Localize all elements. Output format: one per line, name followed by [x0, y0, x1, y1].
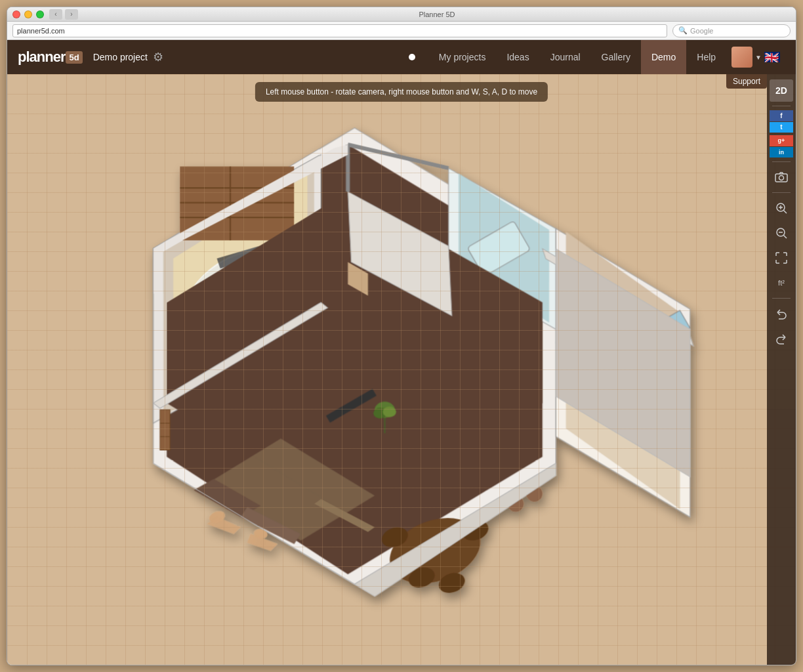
fullscreen-button[interactable] — [770, 247, 793, 269]
tooltip: Left mouse button - rotate camera, right… — [255, 82, 548, 102]
svg-rect-26 — [619, 396, 661, 436]
svg-point-44 — [406, 564, 438, 591]
back-button[interactable]: ‹ — [49, 9, 62, 20]
svg-marker-60 — [154, 144, 348, 249]
main-content: Left mouse button - rotate camera, right… — [7, 74, 796, 665]
nav-ideas[interactable]: Ideas — [496, 40, 539, 74]
svg-point-48 — [508, 495, 524, 512]
house-3d-view[interactable] — [7, 74, 796, 665]
nav-indicator — [409, 54, 415, 60]
nav-journal[interactable]: Journal — [540, 40, 591, 74]
svg-marker-28 — [167, 192, 543, 514]
svg-marker-58 — [154, 463, 556, 597]
svg-rect-18 — [467, 220, 530, 276]
toolbar-divider-2 — [772, 161, 791, 162]
svg-point-47 — [526, 486, 543, 502]
social-google[interactable]: g+ in — [770, 135, 793, 158]
search-field[interactable]: 🔍 Google — [672, 24, 791, 37]
svg-line-64 — [784, 211, 787, 214]
camera-button[interactable] — [770, 166, 793, 188]
navbar: planner 5d Demo project ⚙ My projects Id… — [7, 40, 796, 74]
svg-marker-25 — [576, 352, 670, 430]
logo-suffix: 5d — [66, 51, 82, 64]
view-2d-button[interactable]: 2D — [770, 79, 793, 102]
social-facebook[interactable]: f t — [770, 110, 793, 133]
svg-marker-27 — [623, 387, 657, 404]
maximize-button[interactable] — [36, 10, 44, 18]
svg-marker-4 — [173, 175, 308, 406]
redo-button[interactable] — [770, 327, 793, 350]
browser-titlebar: ‹ › Planner 5D — [7, 7, 796, 22]
language-flag[interactable]: 🇬🇧 — [764, 52, 780, 62]
svg-marker-29 — [207, 438, 375, 540]
svg-point-34 — [253, 528, 268, 540]
svg-point-5 — [171, 230, 310, 348]
svg-marker-24 — [566, 346, 680, 509]
svg-point-62 — [779, 176, 784, 180]
svg-marker-31 — [241, 507, 301, 544]
svg-marker-46 — [314, 499, 375, 532]
svg-rect-36 — [326, 388, 377, 423]
svg-marker-57 — [543, 249, 693, 346]
nav-my-projects[interactable]: My projects — [428, 40, 497, 74]
svg-point-9 — [192, 283, 215, 303]
forward-button[interactable]: › — [65, 9, 78, 20]
nav-gallery[interactable]: Gallery — [591, 40, 641, 74]
nav-links: My projects Ideas Journal Gallery Demo H… — [428, 40, 726, 74]
toolbar-divider-1 — [772, 106, 791, 106]
svg-rect-49 — [160, 410, 170, 450]
nav-user: ▼ 🇬🇧 — [726, 47, 785, 68]
user-dropdown-icon[interactable]: ▼ — [755, 54, 762, 61]
floor-plan-canvas[interactable]: Left mouse button - rotate camera, right… — [7, 74, 796, 665]
logo: planner 5d — [18, 49, 83, 66]
settings-icon[interactable]: ⚙ — [153, 50, 163, 64]
svg-marker-1 — [167, 144, 543, 574]
svg-marker-17 — [459, 173, 549, 322]
project-name: Demo project — [93, 52, 148, 62]
address-text: planner5d.com — [17, 27, 65, 35]
toolbar-divider-3 — [772, 192, 791, 193]
svg-marker-20 — [566, 232, 680, 416]
nav-help[interactable]: Help — [686, 40, 726, 74]
right-toolbar: 2D f t g+ in — [767, 74, 796, 665]
svg-marker-19 — [556, 228, 690, 423]
svg-marker-23 — [556, 343, 690, 517]
svg-point-40 — [382, 406, 396, 417]
minimize-button[interactable] — [24, 10, 32, 18]
svg-marker-59 — [556, 249, 690, 477]
svg-marker-54 — [154, 303, 328, 409]
avatar[interactable] — [731, 47, 752, 68]
svg-point-38 — [375, 402, 395, 418]
svg-point-41 — [381, 506, 489, 595]
svg-line-68 — [784, 236, 787, 239]
browser-window: ‹ › Planner 5D planner5d.com 🔍 Google pl… — [7, 7, 796, 665]
svg-marker-2 — [154, 155, 321, 423]
svg-line-53 — [348, 144, 448, 168]
search-icon: 🔍 — [678, 26, 688, 35]
svg-marker-0 — [154, 128, 556, 584]
svg-rect-11 — [180, 167, 295, 240]
support-button[interactable]: Support — [726, 74, 767, 89]
svg-marker-56 — [348, 262, 368, 295]
svg-point-10 — [266, 256, 289, 276]
close-button[interactable] — [12, 10, 20, 18]
svg-rect-22 — [657, 310, 690, 341]
svg-marker-3 — [163, 165, 314, 417]
address-field[interactable]: planner5d.com — [12, 24, 667, 37]
zoom-in-button[interactable] — [770, 197, 793, 219]
svg-point-43 — [459, 517, 491, 544]
undo-button[interactable] — [770, 303, 793, 325]
zoom-out-button[interactable] — [770, 222, 793, 244]
browser-addressbar: planner5d.com 🔍 Google — [7, 22, 796, 40]
units-button[interactable]: ft² — [770, 272, 793, 294]
svg-marker-8 — [217, 242, 278, 269]
svg-point-42 — [379, 524, 411, 551]
browser-nav: ‹ › — [49, 9, 78, 20]
nav-demo[interactable]: Demo — [641, 40, 686, 74]
svg-point-45 — [436, 570, 468, 597]
svg-point-39 — [373, 408, 386, 418]
svg-rect-7 — [201, 248, 274, 299]
browser-controls — [12, 10, 44, 18]
svg-marker-55 — [348, 192, 452, 316]
search-placeholder: Google — [690, 27, 713, 35]
